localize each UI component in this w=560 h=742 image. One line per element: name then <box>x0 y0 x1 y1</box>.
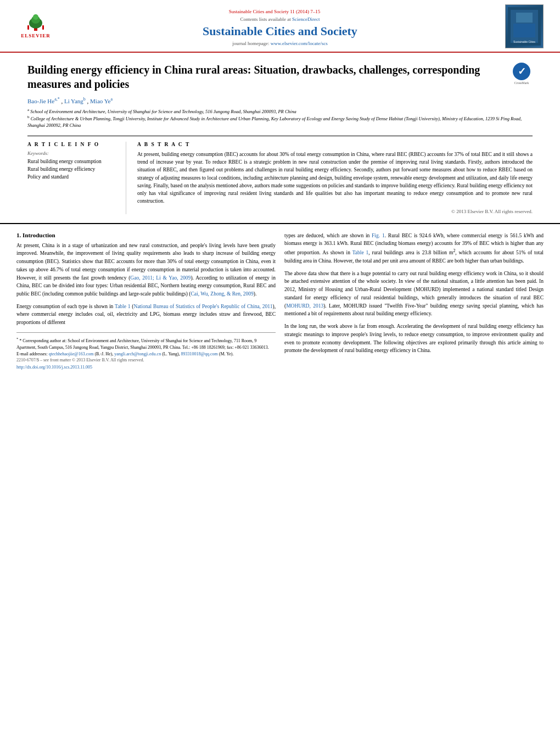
affil-a-text: School of Environment and Architecture, … <box>30 108 296 114</box>
affil-b-text: College of Architecture & Urban Planning… <box>27 116 522 128</box>
author3-name: Miao Ye <box>90 98 110 104</box>
footnote-star-symbol: * <box>16 337 18 341</box>
author2-sup: b <box>83 97 86 102</box>
elsevier-text: ELSEVIER <box>21 33 51 38</box>
header-center: Sustainable Cities and Society 11 (2014)… <box>60 7 500 46</box>
ref-national-bureau[interactable]: National Bureau of Statistics of People'… <box>134 304 273 309</box>
journal-header: ELSEVIER Sustainable Cities and Society … <box>0 0 560 53</box>
article-body: A R T I C L E I N F O Keywords: Rural bu… <box>0 136 560 214</box>
footnote-star-text: * Corresponding author at: School of Env… <box>16 338 269 350</box>
author-miao-ye[interactable]: Miao Yea <box>90 98 113 104</box>
email1-link[interactable]: qtechhehaojiie@163.com <box>49 352 94 356</box>
author-bao-jie-he[interactable]: Bao-Jie Hea,* <box>27 98 61 104</box>
affiliations: a School of Environment and Architecture… <box>27 108 533 129</box>
footnote-area: * * Corresponding author at: School of E… <box>16 332 276 370</box>
footnote-emails: E-mail addresses: qtechhehaojiie@163.com… <box>16 351 276 358</box>
homepage-text: journal homepage: <box>232 41 269 46</box>
section1-para2: Energy consumption of each type is shown… <box>16 303 276 327</box>
svg-rect-9 <box>516 13 533 23</box>
svg-text:Sustainable Cities: Sustainable Cities <box>513 40 536 43</box>
article-title-area: Building energy efficiency in China rura… <box>27 63 533 91</box>
email2-link[interactable]: yangli.arch@tongji.edu.cn <box>114 352 161 356</box>
issue-info: Sustainable Cities and Society 11 (2014)… <box>66 7 494 14</box>
author1-sup: a,* <box>54 97 60 102</box>
article-info-title: A R T I C L E I N F O <box>27 142 118 147</box>
keyword-2: Rural building energy efficiency <box>27 165 118 173</box>
email1-author: (B.-J. He), <box>94 352 113 356</box>
abstract-title: A B S T R A C T <box>137 142 533 147</box>
section1-right-para2: The above data show that there is a huge… <box>284 270 544 318</box>
crossmark-label: CrossMark <box>514 81 529 85</box>
journal-title: Sustainable Cities and Society <box>66 24 494 38</box>
section1-title: Introduction <box>23 232 55 238</box>
issn-line: 2210-6707/$ – see front matter © 2013 El… <box>16 358 276 362</box>
column-right: types are deduced, which are shown in Fi… <box>284 232 544 370</box>
sciencedirect-link[interactable]: ScienceDirect <box>292 16 320 22</box>
elsevier-logo: ELSEVIER <box>14 13 58 40</box>
journal-cover-area: Sustainable Cities <box>500 4 549 48</box>
section1-heading: 1. Introduction <box>16 232 276 238</box>
svg-rect-5 <box>42 25 44 30</box>
ref-table1-right[interactable]: Table 1 <box>352 250 369 255</box>
email3-link[interactable]: 893310018@qq.com <box>181 352 218 356</box>
article-info-section: A R T I C L E I N F O Keywords: Rural bu… <box>27 142 126 214</box>
crossmark-widget[interactable]: ✓ CrossMark <box>511 63 533 85</box>
cover-illustration: Sustainable Cities <box>508 7 541 46</box>
article-header: Building energy efficiency in China rura… <box>0 53 560 129</box>
svg-rect-8 <box>513 24 535 37</box>
author-li-yang[interactable]: Li Yangb <box>64 98 87 104</box>
keywords-label: Keywords: <box>27 150 118 156</box>
section1-para1: At present, China is in a stage of urban… <box>16 242 276 298</box>
svg-rect-4 <box>27 25 29 30</box>
column-left: 1. Introduction At present, China is in … <box>16 232 276 370</box>
author3-sup: a <box>110 97 113 102</box>
affiliation-a: a School of Environment and Architecture… <box>27 108 533 115</box>
email-label: E-mail addresses: <box>16 352 48 356</box>
contents-line: Contents lists available at ScienceDirec… <box>66 16 494 22</box>
author2-name: Li Yang <box>64 98 83 104</box>
abstract-section: A B S T R A C T At present, building ene… <box>137 142 533 214</box>
article-info-abstract: A R T I C L E I N F O Keywords: Rural bu… <box>27 136 533 214</box>
section1-right-para1: types are deduced, which are shown in Fi… <box>284 232 544 265</box>
authors-line: Bao-Jie Hea,* , Li Yangb , Miao Yea <box>27 97 533 104</box>
abstract-copyright: © 2013 Elsevier B.V. All rights reserved… <box>137 209 533 214</box>
keyword-3: Policy and standard <box>27 173 118 181</box>
contents-text: Contents lists available at <box>240 16 291 22</box>
page: ELSEVIER Sustainable Cities and Society … <box>0 0 560 742</box>
doi-link[interactable]: http://dx.doi.org/10.1016/j.scs.2013.11.… <box>16 365 92 370</box>
ref-gao2011[interactable]: Gao, 2011; Li & Yao, 2009 <box>130 275 191 281</box>
section1-right-para3: In the long run, the work above is far f… <box>284 322 544 355</box>
journal-cover-image: Sustainable Cities <box>505 4 544 48</box>
email3-author: (M. Ye). <box>219 352 234 356</box>
elsevier-tree-icon <box>22 14 49 32</box>
ref-mohurd[interactable]: MOHURD, 2013 <box>286 303 323 309</box>
section1-number: 1. <box>16 232 21 238</box>
svg-point-3 <box>33 14 38 20</box>
elsevier-logo-area: ELSEVIER <box>11 13 60 40</box>
keyword-1: Rural building energy consumption <box>27 158 118 165</box>
author1-name: Bao-Jie He <box>27 98 54 104</box>
main-content: 1. Introduction At present, China is in … <box>0 223 560 370</box>
footnote-star: * * Corresponding author at: School of E… <box>16 336 276 351</box>
ref-fig1[interactable]: Fig. 1 <box>372 233 385 238</box>
affiliation-b: b College of Architecture & Urban Planni… <box>27 115 533 129</box>
crossmark-icon: ✓ <box>513 63 530 80</box>
abstract-text: At present, building energy consumption … <box>137 150 533 205</box>
ref-cai2009[interactable]: Cai, Wu, Zhong, & Ren, 2009 <box>191 291 254 297</box>
affil-b-letter: b <box>27 115 30 119</box>
journal-homepage: journal homepage: www.elsevier.com/locat… <box>66 41 494 46</box>
journal-url[interactable]: www.elsevier.com/locate/scs <box>271 41 328 46</box>
ref-table1[interactable]: Table 1 <box>115 304 131 309</box>
email2-author: (L. Yang), <box>162 352 180 356</box>
affil-a-letter: a <box>27 108 29 112</box>
article-title: Building energy efficiency in China rura… <box>27 63 511 91</box>
